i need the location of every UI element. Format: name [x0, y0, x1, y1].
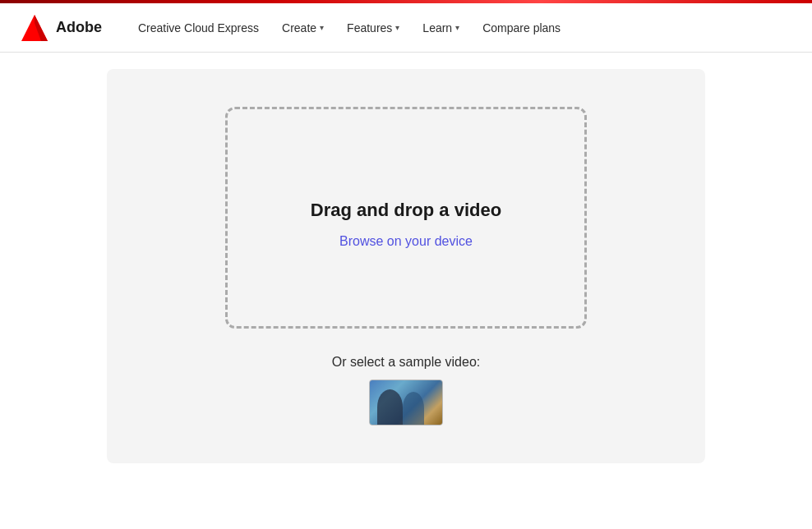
nav-product-name[interactable]: Creative Cloud Express [128, 15, 269, 41]
create-chevron-icon: ▾ [320, 23, 324, 32]
main-nav: Creative Cloud Express Create ▾ Features… [128, 15, 570, 41]
nav-item-create[interactable]: Create ▾ [272, 15, 334, 41]
main-content: Drag and drop a video Browse on your dev… [107, 69, 705, 463]
nav-item-features[interactable]: Features ▾ [337, 15, 409, 41]
header: Adobe Creative Cloud Express Create ▾ Fe… [0, 3, 812, 53]
browse-device-link[interactable]: Browse on your device [339, 234, 473, 249]
features-chevron-icon: ▾ [395, 23, 399, 32]
learn-chevron-icon: ▾ [455, 23, 459, 32]
sample-label-text: Or select a sample video: [332, 355, 481, 370]
adobe-logo-icon [20, 13, 49, 43]
sample-video-thumbnail[interactable] [369, 380, 443, 426]
sample-video-section: Or select a sample video: [332, 355, 481, 426]
logo-text: Adobe [56, 19, 102, 36]
video-drop-zone[interactable]: Drag and drop a video Browse on your dev… [225, 107, 587, 329]
logo-link[interactable]: Adobe [20, 13, 102, 43]
nav-item-compare-plans[interactable]: Compare plans [473, 15, 570, 41]
nav-item-learn[interactable]: Learn ▾ [413, 15, 469, 41]
sample-thumbnail-image [370, 380, 442, 425]
drop-instruction-text: Drag and drop a video [311, 200, 501, 221]
